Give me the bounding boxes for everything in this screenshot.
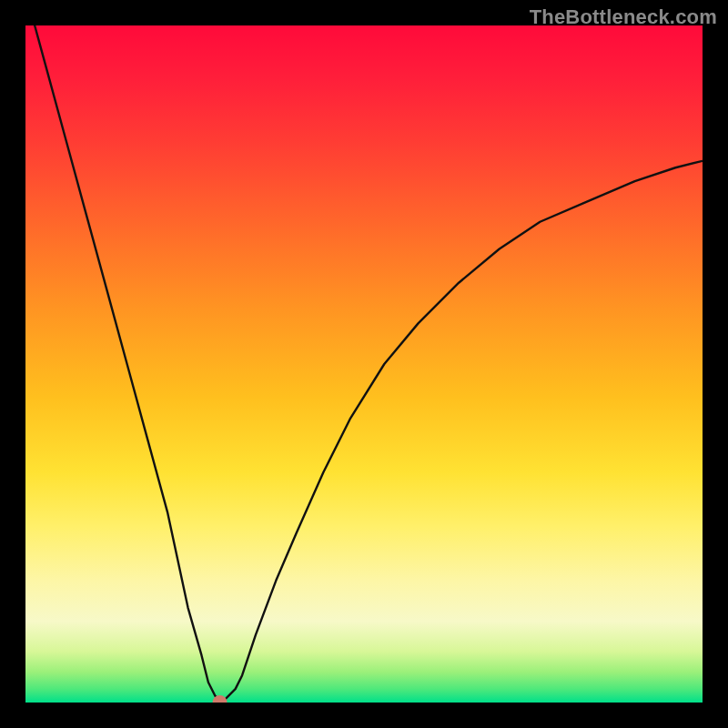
chart-frame: TheBottleneck.com — [0, 0, 728, 728]
plot-area — [25, 25, 703, 703]
watermark-text: TheBottleneck.com — [530, 5, 717, 29]
curve-svg — [25, 25, 703, 703]
bottleneck-curve — [25, 25, 703, 703]
